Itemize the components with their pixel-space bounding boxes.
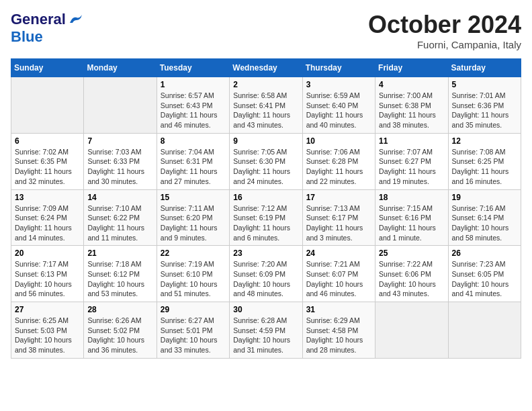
weekday-header-row: SundayMondayTuesdayWednesdayThursdayFrid… xyxy=(11,59,521,77)
weekday-header-monday: Monday xyxy=(84,59,157,77)
day-detail: Sunrise: 7:05 AM Sunset: 6:30 PM Dayligh… xyxy=(233,147,298,187)
day-number: 13 xyxy=(15,193,80,202)
day-number: 28 xyxy=(87,305,152,314)
day-detail: Sunrise: 6:26 AM Sunset: 5:02 PM Dayligh… xyxy=(87,316,152,355)
day-detail: Sunrise: 7:01 AM Sunset: 6:36 PM Dayligh… xyxy=(452,91,517,130)
calendar-cell: 29Sunrise: 6:27 AM Sunset: 5:01 PM Dayli… xyxy=(157,302,229,359)
calendar-cell: 14Sunrise: 7:10 AM Sunset: 6:22 PM Dayli… xyxy=(84,189,157,246)
day-number: 23 xyxy=(233,248,298,258)
calendar-cell xyxy=(375,302,448,359)
calendar-week-row: 1Sunrise: 6:57 AM Sunset: 6:43 PM Daylig… xyxy=(11,77,521,134)
day-detail: Sunrise: 6:28 AM Sunset: 4:59 PM Dayligh… xyxy=(233,316,298,355)
calendar-cell: 18Sunrise: 7:15 AM Sunset: 6:16 PM Dayli… xyxy=(375,189,448,246)
day-number: 3 xyxy=(306,80,371,89)
day-number: 22 xyxy=(161,248,226,258)
day-detail: Sunrise: 7:02 AM Sunset: 6:35 PM Dayligh… xyxy=(15,147,80,187)
title-block: October 2024 Fuorni, Campania, Italy xyxy=(368,11,521,50)
day-number: 4 xyxy=(379,80,444,89)
calendar-cell: 5Sunrise: 7:01 AM Sunset: 6:36 PM Daylig… xyxy=(448,77,521,134)
day-detail: Sunrise: 7:11 AM Sunset: 6:20 PM Dayligh… xyxy=(161,203,226,243)
calendar-cell: 19Sunrise: 7:16 AM Sunset: 6:14 PM Dayli… xyxy=(448,189,521,246)
day-detail: Sunrise: 7:16 AM Sunset: 6:14 PM Dayligh… xyxy=(452,203,517,243)
day-number: 15 xyxy=(161,193,226,202)
day-detail: Sunrise: 7:17 AM Sunset: 6:13 PM Dayligh… xyxy=(15,259,80,299)
day-number: 27 xyxy=(15,305,80,314)
calendar-cell: 2Sunrise: 6:58 AM Sunset: 6:41 PM Daylig… xyxy=(230,77,302,134)
calendar-cell: 26Sunrise: 7:23 AM Sunset: 6:05 PM Dayli… xyxy=(448,246,521,302)
calendar-cell: 24Sunrise: 7:21 AM Sunset: 6:07 PM Dayli… xyxy=(302,246,375,302)
weekday-header-tuesday: Tuesday xyxy=(157,59,229,77)
calendar-cell: 7Sunrise: 7:03 AM Sunset: 6:33 PM Daylig… xyxy=(84,133,157,189)
calendar-cell: 20Sunrise: 7:17 AM Sunset: 6:13 PM Dayli… xyxy=(11,246,84,302)
day-detail: Sunrise: 7:08 AM Sunset: 6:25 PM Dayligh… xyxy=(452,147,517,187)
day-detail: Sunrise: 7:07 AM Sunset: 6:27 PM Dayligh… xyxy=(379,147,444,187)
day-detail: Sunrise: 7:12 AM Sunset: 6:19 PM Dayligh… xyxy=(233,203,298,243)
day-number: 9 xyxy=(233,136,298,146)
logo-text-blue: Blue xyxy=(11,28,43,45)
day-number: 11 xyxy=(379,136,444,146)
day-number: 6 xyxy=(15,136,80,146)
day-detail: Sunrise: 7:03 AM Sunset: 6:33 PM Dayligh… xyxy=(87,147,152,187)
day-number: 26 xyxy=(452,248,517,258)
calendar-cell xyxy=(84,77,157,134)
day-detail: Sunrise: 7:13 AM Sunset: 6:17 PM Dayligh… xyxy=(306,203,371,243)
calendar-cell: 1Sunrise: 6:57 AM Sunset: 6:43 PM Daylig… xyxy=(157,77,229,134)
calendar-cell: 9Sunrise: 7:05 AM Sunset: 6:30 PM Daylig… xyxy=(230,133,302,189)
day-number: 29 xyxy=(161,305,226,314)
logo-text-general: General xyxy=(11,11,66,28)
day-number: 19 xyxy=(452,193,517,202)
calendar-cell: 17Sunrise: 7:13 AM Sunset: 6:17 PM Dayli… xyxy=(302,189,375,246)
calendar-cell: 8Sunrise: 7:04 AM Sunset: 6:31 PM Daylig… xyxy=(157,133,229,189)
day-detail: Sunrise: 6:25 AM Sunset: 5:03 PM Dayligh… xyxy=(15,316,80,355)
day-number: 30 xyxy=(233,305,298,314)
calendar-cell: 12Sunrise: 7:08 AM Sunset: 6:25 PM Dayli… xyxy=(448,133,521,189)
day-detail: Sunrise: 7:22 AM Sunset: 6:06 PM Dayligh… xyxy=(379,259,444,299)
day-detail: Sunrise: 7:09 AM Sunset: 6:24 PM Dayligh… xyxy=(15,203,80,243)
calendar-cell: 28Sunrise: 6:26 AM Sunset: 5:02 PM Dayli… xyxy=(84,302,157,359)
day-number: 18 xyxy=(379,193,444,202)
weekday-header-thursday: Thursday xyxy=(302,59,375,77)
calendar-week-row: 27Sunrise: 6:25 AM Sunset: 5:03 PM Dayli… xyxy=(11,302,521,359)
day-detail: Sunrise: 7:04 AM Sunset: 6:31 PM Dayligh… xyxy=(161,147,226,187)
weekday-header-sunday: Sunday xyxy=(11,59,84,77)
calendar-week-row: 6Sunrise: 7:02 AM Sunset: 6:35 PM Daylig… xyxy=(11,133,521,189)
month-title: October 2024 xyxy=(368,11,521,39)
day-detail: Sunrise: 6:27 AM Sunset: 5:01 PM Dayligh… xyxy=(161,316,226,355)
day-detail: Sunrise: 7:19 AM Sunset: 6:10 PM Dayligh… xyxy=(161,259,226,299)
day-number: 7 xyxy=(87,136,152,146)
day-number: 1 xyxy=(161,80,226,89)
calendar-cell xyxy=(448,302,521,359)
calendar-cell: 25Sunrise: 7:22 AM Sunset: 6:06 PM Dayli… xyxy=(375,246,448,302)
calendar-cell: 30Sunrise: 6:28 AM Sunset: 4:59 PM Dayli… xyxy=(230,302,302,359)
weekday-header-wednesday: Wednesday xyxy=(230,59,302,77)
page-header: General Blue October 2024 Fuorni, Campan… xyxy=(11,11,521,50)
day-detail: Sunrise: 7:18 AM Sunset: 6:12 PM Dayligh… xyxy=(87,259,152,299)
day-detail: Sunrise: 6:59 AM Sunset: 6:40 PM Dayligh… xyxy=(306,91,371,130)
calendar-header: SundayMondayTuesdayWednesdayThursdayFrid… xyxy=(11,59,521,77)
weekday-header-saturday: Saturday xyxy=(448,59,521,77)
day-number: 5 xyxy=(452,80,517,89)
day-number: 25 xyxy=(379,248,444,258)
weekday-header-friday: Friday xyxy=(375,59,448,77)
calendar-cell: 15Sunrise: 7:11 AM Sunset: 6:20 PM Dayli… xyxy=(157,189,229,246)
calendar-week-row: 20Sunrise: 7:17 AM Sunset: 6:13 PM Dayli… xyxy=(11,246,521,302)
day-number: 2 xyxy=(233,80,298,89)
day-number: 10 xyxy=(306,136,371,146)
calendar-cell: 31Sunrise: 6:29 AM Sunset: 4:58 PM Dayli… xyxy=(302,302,375,359)
day-number: 20 xyxy=(15,248,80,258)
calendar-cell: 11Sunrise: 7:07 AM Sunset: 6:27 PM Dayli… xyxy=(375,133,448,189)
calendar-body: 1Sunrise: 6:57 AM Sunset: 6:43 PM Daylig… xyxy=(11,77,521,359)
calendar-cell: 3Sunrise: 6:59 AM Sunset: 6:40 PM Daylig… xyxy=(302,77,375,134)
calendar-week-row: 13Sunrise: 7:09 AM Sunset: 6:24 PM Dayli… xyxy=(11,189,521,246)
calendar-cell: 23Sunrise: 7:20 AM Sunset: 6:09 PM Dayli… xyxy=(230,246,302,302)
calendar-cell: 16Sunrise: 7:12 AM Sunset: 6:19 PM Dayli… xyxy=(230,189,302,246)
day-number: 31 xyxy=(306,305,371,314)
day-number: 24 xyxy=(306,248,371,258)
day-number: 12 xyxy=(452,136,517,146)
day-detail: Sunrise: 7:21 AM Sunset: 6:07 PM Dayligh… xyxy=(306,259,371,299)
calendar-cell: 4Sunrise: 7:00 AM Sunset: 6:38 PM Daylig… xyxy=(375,77,448,134)
day-number: 21 xyxy=(87,248,152,258)
day-detail: Sunrise: 6:58 AM Sunset: 6:41 PM Dayligh… xyxy=(233,91,298,130)
day-detail: Sunrise: 6:29 AM Sunset: 4:58 PM Dayligh… xyxy=(306,316,371,355)
calendar-cell: 10Sunrise: 7:06 AM Sunset: 6:28 PM Dayli… xyxy=(302,133,375,189)
